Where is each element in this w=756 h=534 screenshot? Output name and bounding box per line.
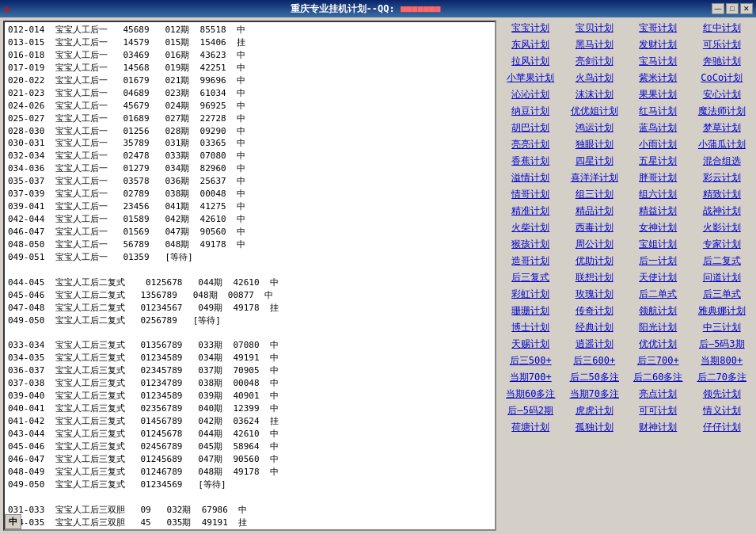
plan-link-23-2[interactable]: 可可计划 [627, 403, 690, 418]
plan-link-10-0[interactable]: 情哥计划 [500, 187, 562, 202]
plan-link-23-0[interactable]: 后—5码2期 [500, 403, 562, 418]
plan-link-0-3[interactable]: 红中计划 [691, 21, 754, 36]
plan-link-14-0[interactable]: 造哥计划 [500, 254, 562, 269]
plan-link-2-0[interactable]: 拉风计划 [500, 54, 562, 69]
plan-link-1-2[interactable]: 发财计划 [627, 37, 690, 52]
plan-link-21-0[interactable]: 当期700+ [500, 370, 562, 385]
plan-link-15-3[interactable]: 问道计划 [691, 270, 754, 285]
content-area[interactable]: 012-014 宝宝人工后一 45689 012期 85518 中 013-01… [5, 22, 495, 529]
plan-link-22-1[interactable]: 当期70多注 [564, 387, 626, 402]
plan-link-9-2[interactable]: 胖哥计划 [627, 170, 690, 185]
plan-link-10-1[interactable]: 组三计划 [564, 187, 626, 202]
plan-link-11-1[interactable]: 精品计划 [564, 204, 626, 219]
plan-link-20-0[interactable]: 后三500+ [500, 353, 562, 368]
plan-link-24-3[interactable]: 仔仔计划 [691, 420, 754, 435]
plan-link-0-0[interactable]: 宝宝计划 [500, 21, 562, 36]
plan-link-15-0[interactable]: 后三复式 [500, 270, 562, 285]
plan-link-15-2[interactable]: 天使计划 [627, 270, 690, 285]
plan-link-24-2[interactable]: 财神计划 [627, 420, 690, 435]
plan-link-11-2[interactable]: 精益计划 [627, 204, 690, 219]
plan-link-20-2[interactable]: 后三700+ [627, 353, 690, 368]
plan-link-22-2[interactable]: 亮点计划 [627, 387, 690, 402]
plan-link-1-1[interactable]: 黑马计划 [564, 37, 626, 52]
plan-link-9-0[interactable]: 溢情计划 [500, 170, 562, 185]
plan-link-2-3[interactable]: 奔驰计划 [691, 54, 754, 69]
plan-link-7-2[interactable]: 小雨计划 [627, 137, 690, 152]
plan-link-11-0[interactable]: 精准计划 [500, 204, 562, 219]
plan-link-13-0[interactable]: 猴孩计划 [500, 237, 562, 252]
plan-link-24-0[interactable]: 荷塘计划 [500, 420, 562, 435]
plan-link-3-0[interactable]: 小苹果计划 [500, 71, 562, 86]
plan-link-4-3[interactable]: 安心计划 [691, 87, 754, 102]
plan-link-6-2[interactable]: 蓝鸟计划 [627, 120, 690, 135]
plan-link-7-3[interactable]: 小蒲瓜计划 [691, 137, 754, 152]
plan-link-3-2[interactable]: 紫米计划 [627, 71, 690, 86]
plan-link-13-2[interactable]: 宝姐计划 [627, 237, 690, 252]
plan-link-0-1[interactable]: 宝贝计划 [564, 21, 626, 36]
plan-link-2-2[interactable]: 宝马计划 [627, 54, 690, 69]
plan-link-5-0[interactable]: 纳豆计划 [500, 104, 562, 119]
plan-link-18-1[interactable]: 经典计划 [564, 320, 626, 335]
plan-link-12-2[interactable]: 女神计划 [627, 220, 690, 235]
plan-link-13-1[interactable]: 周公计划 [564, 237, 626, 252]
plan-link-10-3[interactable]: 精致计划 [691, 187, 754, 202]
plan-link-16-3[interactable]: 后三单式 [691, 287, 754, 302]
plan-link-8-0[interactable]: 香蕉计划 [500, 154, 562, 169]
plan-link-24-1[interactable]: 孤独计划 [564, 420, 626, 435]
plan-link-5-3[interactable]: 魔法师计划 [691, 104, 754, 119]
plan-link-16-1[interactable]: 玫瑰计划 [564, 287, 626, 302]
plan-link-3-1[interactable]: 火鸟计划 [564, 71, 626, 86]
plan-link-22-0[interactable]: 当期60多注 [500, 387, 562, 402]
plan-link-7-0[interactable]: 亮亮计划 [500, 137, 562, 152]
plan-link-6-0[interactable]: 胡巴计划 [500, 120, 562, 135]
plan-link-4-1[interactable]: 沫沫计划 [564, 87, 626, 102]
plan-link-16-2[interactable]: 后二单式 [627, 287, 690, 302]
plan-link-23-1[interactable]: 虎虎计划 [564, 403, 626, 418]
plan-link-19-0[interactable]: 天赐计划 [500, 337, 562, 352]
plan-link-8-2[interactable]: 五星计划 [627, 154, 690, 169]
minimize-button[interactable]: — [712, 3, 724, 14]
plan-link-0-2[interactable]: 宝哥计划 [627, 21, 690, 36]
plan-link-16-0[interactable]: 彩虹计划 [500, 287, 562, 302]
plan-link-22-3[interactable]: 领先计划 [691, 387, 754, 402]
plan-link-2-1[interactable]: 亮剑计划 [564, 54, 626, 69]
plan-link-7-1[interactable]: 独眼计划 [564, 137, 626, 152]
plan-link-12-3[interactable]: 火影计划 [691, 220, 754, 235]
plan-link-5-1[interactable]: 优优姐计划 [564, 104, 626, 119]
plan-link-20-3[interactable]: 当期800+ [691, 353, 754, 368]
plan-link-17-3[interactable]: 雅典娜计划 [691, 303, 754, 318]
plan-link-4-2[interactable]: 果果计划 [627, 87, 690, 102]
plan-link-18-2[interactable]: 阳光计划 [627, 320, 690, 335]
plan-link-1-0[interactable]: 东风计划 [500, 37, 562, 52]
plan-link-21-1[interactable]: 后二50多注 [564, 370, 626, 385]
plan-link-14-3[interactable]: 后二复式 [691, 254, 754, 269]
plan-link-12-1[interactable]: 西毒计划 [564, 220, 626, 235]
plan-link-14-1[interactable]: 优助计划 [564, 254, 626, 269]
plan-link-19-1[interactable]: 逍遥计划 [564, 337, 626, 352]
plan-link-21-3[interactable]: 后二70多注 [691, 370, 754, 385]
plan-link-19-3[interactable]: 后—5码3期 [691, 337, 754, 352]
plan-link-17-2[interactable]: 领航计划 [627, 303, 690, 318]
plan-link-1-3[interactable]: 可乐计划 [691, 37, 754, 52]
plan-link-14-2[interactable]: 后一计划 [627, 254, 690, 269]
plan-link-4-0[interactable]: 沁沁计划 [500, 87, 562, 102]
plan-link-3-3[interactable]: CoCo计划 [691, 71, 754, 86]
plan-link-18-3[interactable]: 中三计划 [691, 320, 754, 335]
plan-link-23-3[interactable]: 情义计划 [691, 403, 754, 418]
plan-link-11-3[interactable]: 战神计划 [691, 204, 754, 219]
plan-link-12-0[interactable]: 火柴计划 [500, 220, 562, 235]
plan-link-6-3[interactable]: 梦草计划 [691, 120, 754, 135]
plan-link-9-3[interactable]: 彩云计划 [691, 170, 754, 185]
plan-link-17-1[interactable]: 传奇计划 [564, 303, 626, 318]
plan-link-10-2[interactable]: 组六计划 [627, 187, 690, 202]
close-button[interactable]: ✕ [740, 3, 753, 14]
plan-link-5-2[interactable]: 红马计划 [627, 104, 690, 119]
plan-link-17-0[interactable]: 珊珊计划 [500, 303, 562, 318]
plan-link-21-2[interactable]: 后二60多注 [627, 370, 690, 385]
plan-link-8-3[interactable]: 混合组选 [691, 154, 754, 169]
plan-link-6-1[interactable]: 鸿运计划 [564, 120, 626, 135]
plan-link-20-1[interactable]: 后三600+ [564, 353, 626, 368]
plan-link-8-1[interactable]: 四星计划 [564, 154, 626, 169]
plan-link-18-0[interactable]: 博士计划 [500, 320, 562, 335]
plan-link-9-1[interactable]: 喜洋洋计划 [564, 170, 626, 185]
